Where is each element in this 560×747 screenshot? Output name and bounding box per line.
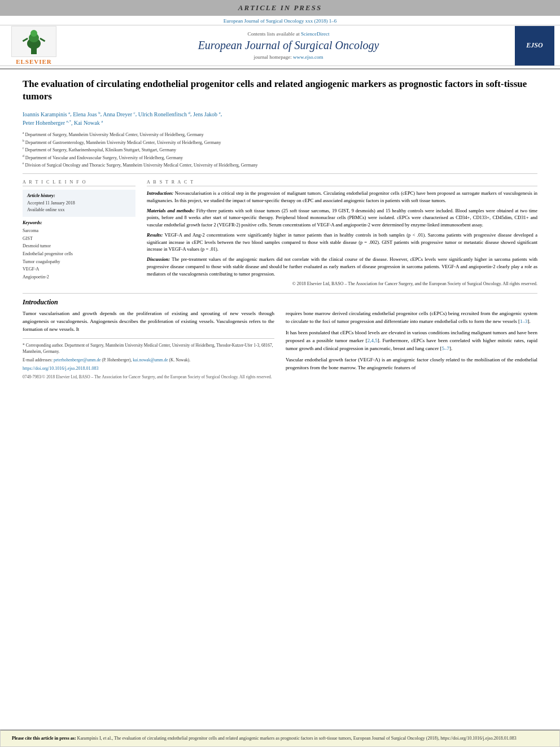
abstract-column: A B S T R A C T Introduction: Neovascula… <box>147 180 537 287</box>
affiliation-b: b Department of Gastroenterology, Mannhe… <box>23 138 537 146</box>
intro-body-right: requires bone marrow derived circulating… <box>286 310 537 380</box>
doi-line: https://doi.org/10.1016/j.ejso.2018.01.0… <box>23 365 274 372</box>
authors-line: Ioannis Karampinis a, Elena Joas b, Anna… <box>23 110 537 127</box>
please-cite-label: Please cite this article in press as: <box>12 736 77 741</box>
discussion-text: The pre-treatment values of the angiogen… <box>147 256 537 277</box>
intro-text: Neovascularisation is a critical step in… <box>147 190 537 203</box>
ref-1-3[interactable]: 1–3 <box>520 318 528 324</box>
keywords-list: Sarcoma GIST Desmoid tumor Endothelial p… <box>23 227 135 281</box>
abstract-results: Results: VEGF-A and Ang-2 concentrations… <box>147 231 537 253</box>
email1-link[interactable]: peterhohenberger@umm.de <box>54 357 101 362</box>
intro-right-para-3: Vascular endothelial growth factor (VEGF… <box>286 356 537 372</box>
svg-rect-4 <box>23 37 28 42</box>
keyword-angiopoetin: Angiopoetin-2 <box>23 273 135 281</box>
affiliation-d: d Department of Vascular and Endovascula… <box>23 154 537 161</box>
article-content: The evaluation of circulating endothelia… <box>0 69 560 729</box>
journal-header: ELSEVIER Contents lists available at Sci… <box>0 25 560 69</box>
methods-label: Materials and methods: <box>147 208 195 213</box>
contents-label: Contents lists available at <box>248 31 300 37</box>
author-nowak: Kai Nowak a <box>74 120 103 126</box>
corresponding-author-note: * Corresponding author. Department of Su… <box>23 342 274 355</box>
abstract-body: Introduction: Neovascularisation is a cr… <box>147 190 537 287</box>
intro-right-para-2: It has been postulated that cEPCs blood … <box>286 329 537 353</box>
article-in-press-banner: ARTICLE IN PRESS <box>0 0 560 16</box>
article-history-box: Article history: Accepted 11 January 201… <box>23 190 135 217</box>
journal-meta: European Journal of Surgical Oncology xx… <box>0 16 560 25</box>
email2-link[interactable]: kai.nowak@umm.de <box>133 357 168 362</box>
author-hohenberger: Peter Hohenberger e,* <box>23 120 71 126</box>
article-title: The evaluation of circulating endothelia… <box>23 78 537 103</box>
history-label: Article history: <box>27 193 131 198</box>
history-available: Available online xxx <box>27 207 131 213</box>
abstract-methods: Materials and methods: Fifty-three patie… <box>147 207 537 229</box>
author-ronellenfitsch: Ulrich Ronellenfitsch d <box>138 111 190 117</box>
intro-left-text: Tumor vascularisation and growth depends… <box>23 310 274 334</box>
abstract-discussion: Discussion: The pre-treatment values of … <box>147 256 537 277</box>
abstract-header: A B S T R A C T <box>147 180 537 186</box>
intro-para-1: Tumor vascularisation and growth depends… <box>23 310 274 334</box>
history-accepted: Accepted 11 January 2018 <box>27 200 131 207</box>
homepage-label: journal homepage: <box>254 54 292 60</box>
affiliations: a Department of Surgery, Mannheim Univer… <box>23 130 537 174</box>
affiliation-e: e Division of Surgical Oncology and Thor… <box>23 161 537 169</box>
keyword-sarcoma: Sarcoma <box>23 227 135 235</box>
ref-2-4-5[interactable]: 2,4,5 <box>368 338 378 343</box>
keyword-gist: GIST <box>23 235 135 243</box>
journal-name: European Journal of Surgical Oncology <box>73 39 504 52</box>
methods-text: Fifty-three patients with soft tissue tu… <box>147 208 537 228</box>
keyword-coagulopathy: Tumor coagulopathy <box>23 258 135 266</box>
ejso-badge: EJSO <box>515 26 554 65</box>
author-joas: Elena Joas b <box>73 111 100 117</box>
journal-meta-text: European Journal of Surgical Oncology xx… <box>224 18 337 24</box>
email1-name: (P. Hohenberger), <box>102 357 132 362</box>
keywords-section: Keywords: Sarcoma GIST Desmoid tumor End… <box>23 220 135 281</box>
doi-link[interactable]: https://doi.org/10.1016/j.ejso.2018.01.0… <box>23 366 99 371</box>
contents-line: Contents lists available at ScienceDirec… <box>73 31 504 37</box>
article-info-column: A R T I C L E I N F O Article history: A… <box>23 180 135 287</box>
email-label: E-mail addresses: <box>23 357 53 362</box>
svg-point-3 <box>30 30 37 37</box>
abstract-copyright: © 2018 Elsevier Ltd, BASO – The Associat… <box>147 281 537 287</box>
keyword-epc: Endothelial progenitor cells <box>23 250 135 258</box>
elsevier-tree-graphic <box>11 26 56 57</box>
author-dreyer: Anna Dreyer c <box>103 111 135 117</box>
ref-5-7[interactable]: 5–7 <box>441 346 449 351</box>
svg-rect-5 <box>40 37 45 42</box>
article-info-header: A R T I C L E I N F O <box>23 180 135 186</box>
results-text: VEGF-A and Ang-2 concentrations were sig… <box>147 232 537 252</box>
affiliation-c: c Department of Surgery, Katharinenhospi… <box>23 146 537 154</box>
intro-right-para-1: requires bone marrow derived circulating… <box>286 310 537 326</box>
homepage-url[interactable]: www.ejso.com <box>293 54 323 60</box>
email-line: E-mail addresses: peterhohenberger@umm.d… <box>23 357 274 363</box>
journal-logo-row: ELSEVIER Contents lists available at Sci… <box>0 25 560 66</box>
journal-title-center: Contents lists available at ScienceDirec… <box>62 25 515 65</box>
introduction-title: Introduction <box>23 298 537 307</box>
sciencedirect-link[interactable]: ScienceDirect <box>301 31 329 37</box>
intro-right-text: requires bone marrow derived circulating… <box>286 310 537 372</box>
banner-text: ARTICLE IN PRESS <box>238 3 322 12</box>
footnote-area: * Corresponding author. Department of Su… <box>23 338 274 380</box>
ejso-badge-text: EJSO <box>526 41 542 50</box>
info-abstract-row: A R T I C L E I N F O Article history: A… <box>23 180 537 287</box>
homepage-line: journal homepage: www.ejso.com <box>73 54 504 60</box>
discussion-label: Discussion: <box>147 256 170 262</box>
citation-bar: Please cite this article in press as: Ka… <box>0 729 560 747</box>
intro-body-left: Tumor vascularisation and growth depends… <box>23 310 274 380</box>
intro-label: Introduction: <box>147 190 173 196</box>
author-karampinis: Ioannis Karampinis a <box>23 111 70 117</box>
keyword-desmoid: Desmoid tumor <box>23 242 135 250</box>
elsevier-logo: ELSEVIER <box>6 26 62 65</box>
issn-line: 0748-7983/© 2018 Elsevier Ltd, BASO – Th… <box>23 374 274 380</box>
abstract-intro: Introduction: Neovascularisation is a cr… <box>147 190 537 204</box>
affiliation-a: a Department of Surgery, Mannheim Univer… <box>23 130 537 138</box>
email2-name: (K. Nowak). <box>169 357 191 362</box>
introduction-section: Introduction Tumor vascularisation and g… <box>23 293 537 380</box>
author-jakob: Jens Jakob e <box>193 111 221 117</box>
keywords-label: Keywords: <box>23 220 135 225</box>
citation-text: Karampinis I, et al., The evaluation of … <box>77 736 517 741</box>
results-label: Results: <box>147 232 163 238</box>
elsevier-wordmark: ELSEVIER <box>16 58 52 65</box>
introduction-body: Tumor vascularisation and growth depends… <box>23 310 537 380</box>
keyword-vegfa: VEGF-A <box>23 265 135 273</box>
page: ARTICLE IN PRESS European Journal of Sur… <box>0 0 560 747</box>
